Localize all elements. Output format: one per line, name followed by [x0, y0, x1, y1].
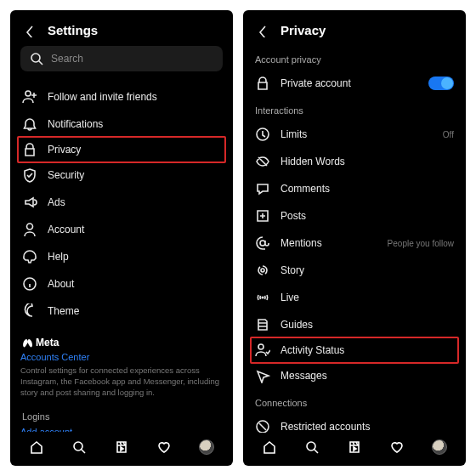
privacy-item-messages[interactable]: Messages: [253, 362, 456, 389]
privacy-item-activity[interactable]: Activity Status: [250, 337, 459, 364]
tab-profile-avatar[interactable]: [199, 439, 214, 455]
private-account-row[interactable]: Private account: [253, 70, 456, 97]
about-icon: [22, 276, 37, 292]
row-label: Comments: [280, 183, 454, 195]
help-icon: [22, 249, 37, 264]
search-icon: [29, 51, 44, 66]
privacy-item-posts[interactable]: Posts: [253, 202, 456, 230]
tab-search-icon[interactable]: [71, 439, 87, 455]
settings-item-follow[interactable]: Follow and invite friends: [20, 83, 223, 110]
tab-activity-icon[interactable]: [156, 439, 172, 455]
account-icon: [22, 222, 37, 237]
tab-reels-icon[interactable]: [347, 439, 362, 455]
settings-screen: Settings Search Follow and invite friend…: [10, 10, 233, 466]
interactions-header: Interactions: [255, 105, 454, 116]
privacy-item-guides[interactable]: Guides: [253, 311, 456, 338]
row-label: Mentions: [280, 237, 377, 249]
row-label: Story: [280, 264, 454, 276]
tab-search-icon[interactable]: [304, 439, 320, 455]
row-label: Live: [280, 292, 454, 303]
theme-icon: [22, 303, 37, 319]
row-label: Notifications: [48, 118, 221, 130]
row-label: Privacy: [48, 144, 221, 156]
settings-item-theme[interactable]: Theme: [20, 298, 223, 325]
search-input[interactable]: Search: [20, 46, 223, 71]
row-label: Guides: [280, 319, 454, 331]
settings-item-notifs[interactable]: Notifications: [20, 110, 223, 138]
tab-bar: [10, 432, 233, 466]
live-icon: [255, 290, 270, 305]
privacy-item-limits[interactable]: LimitsOff: [253, 121, 456, 148]
private-account-label: Private account: [280, 77, 418, 89]
activity-icon: [255, 343, 270, 358]
row-label: Ads: [48, 196, 221, 208]
notifs-icon: [22, 116, 37, 132]
tab-activity-icon[interactable]: [389, 439, 405, 455]
guides-icon: [255, 317, 270, 332]
tab-bar: [243, 433, 466, 466]
security-icon: [22, 167, 37, 183]
row-label: Limits: [280, 128, 433, 140]
tab-home-icon[interactable]: [262, 439, 277, 455]
row-label: Activity Status: [280, 344, 454, 356]
row-label: Account: [48, 224, 221, 235]
settings-title: Settings: [48, 23, 98, 37]
privacy-header: Privacy: [243, 10, 466, 46]
privacy-item-restricted[interactable]: Restricted accounts: [253, 413, 456, 433]
comments-icon: [255, 181, 270, 196]
lock-icon: [255, 76, 270, 91]
row-label: Messages: [280, 370, 454, 382]
privacy-screen: Privacy Account privacy Private account …: [243, 10, 466, 466]
settings-item-account[interactable]: Account: [20, 216, 223, 243]
mentions-icon: [255, 235, 270, 251]
privacy-item-story[interactable]: Story: [253, 257, 456, 284]
privacy-item-live[interactable]: Live: [253, 284, 456, 311]
back-icon[interactable]: [20, 22, 36, 37]
privacy-item-hidden[interactable]: Hidden Words: [253, 148, 456, 175]
accounts-center-link[interactable]: Accounts Center: [20, 352, 223, 362]
privacy-title: Privacy: [280, 23, 326, 37]
settings-item-ads[interactable]: Ads: [20, 189, 223, 216]
privacy-item-mentions[interactable]: MentionsPeople you follow: [253, 230, 456, 257]
row-label: Theme: [48, 305, 221, 317]
settings-item-privacy[interactable]: Privacy: [17, 136, 226, 163]
row-trail: People you follow: [388, 239, 454, 248]
messages-icon: [255, 368, 270, 383]
search-placeholder: Search: [51, 53, 83, 65]
ads-icon: [22, 195, 37, 210]
row-label: Security: [48, 169, 221, 181]
restricted-icon: [255, 419, 270, 433]
row-label: Hidden Words: [280, 156, 454, 167]
follow-icon: [22, 89, 37, 105]
settings-item-help[interactable]: Help: [20, 243, 223, 270]
privacy-icon: [22, 142, 37, 157]
row-trail: Off: [443, 130, 454, 139]
meta-description: Control settings for connected experienc…: [20, 366, 223, 398]
row-label: Posts: [280, 210, 454, 222]
story-icon: [255, 263, 270, 278]
settings-item-about[interactable]: About: [20, 270, 223, 298]
row-label: About: [48, 278, 221, 290]
tab-profile-avatar[interactable]: [432, 439, 447, 455]
posts-icon: [255, 208, 270, 224]
connections-header: Connections: [255, 398, 454, 408]
row-label: Restricted accounts: [280, 421, 454, 433]
private-account-toggle[interactable]: [428, 76, 454, 90]
tab-reels-icon[interactable]: [114, 439, 129, 455]
row-label: Help: [48, 251, 221, 263]
settings-header: Settings: [10, 10, 233, 46]
hidden-icon: [255, 154, 270, 169]
meta-block: Meta Accounts Center Control settings fo…: [20, 337, 223, 398]
row-label: Follow and invite friends: [48, 91, 221, 103]
tab-home-icon[interactable]: [29, 439, 44, 455]
logins-header: Logins: [22, 411, 221, 422]
limits-icon: [255, 127, 270, 142]
account-privacy-header: Account privacy: [255, 54, 454, 65]
back-icon[interactable]: [253, 22, 269, 37]
privacy-item-comments[interactable]: Comments: [253, 175, 456, 202]
meta-logo: Meta: [20, 337, 223, 348]
settings-item-security[interactable]: Security: [20, 162, 223, 189]
